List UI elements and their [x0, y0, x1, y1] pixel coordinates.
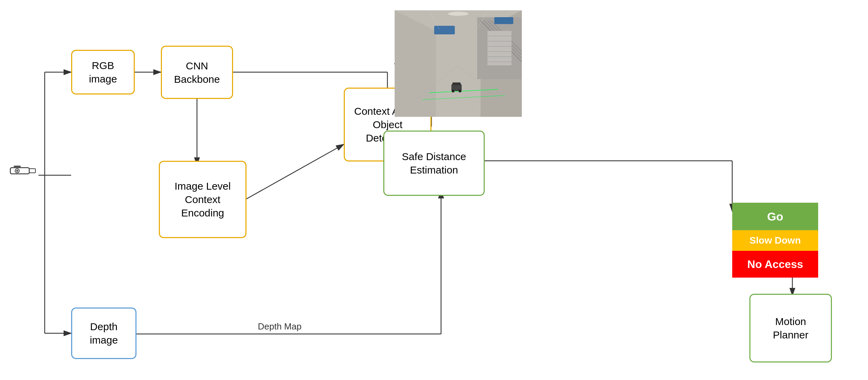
motion-planner-label: Motion Planner: [773, 315, 808, 342]
rgb-image-box: RGB image: [71, 50, 135, 94]
no-access-label: No Access: [747, 258, 803, 271]
svg-rect-50: [494, 17, 513, 24]
image-level-label: Image Level Context Encoding: [175, 179, 231, 220]
svg-rect-19: [10, 168, 29, 174]
svg-point-48: [459, 90, 461, 92]
motion-planner-box: Motion Planner: [749, 294, 832, 362]
status-no-access: No Access: [732, 251, 818, 278]
scene-image: [395, 10, 522, 117]
svg-rect-46: [452, 82, 461, 85]
go-label: Go: [767, 210, 783, 223]
slow-down-label: Slow Down: [749, 235, 801, 246]
status-slow-down: Slow Down: [732, 230, 818, 251]
svg-line-9: [243, 144, 344, 201]
status-go: Go: [732, 203, 818, 230]
svg-point-47: [452, 90, 454, 92]
rgb-image-label: RGB image: [89, 59, 117, 86]
svg-rect-22: [29, 169, 35, 173]
svg-rect-49: [434, 26, 455, 34]
safe-distance-label: Safe Distance Estimation: [402, 150, 466, 177]
depth-map-label: Depth Map: [258, 321, 301, 332]
image-level-context-box: Image Level Context Encoding: [159, 161, 246, 238]
camera-device: [10, 165, 37, 177]
cnn-backbone-label: CNN Backbone: [174, 59, 220, 86]
cnn-backbone-box: CNN Backbone: [161, 46, 233, 99]
svg-rect-23: [14, 166, 21, 168]
depth-image-box: Depth image: [71, 308, 136, 359]
svg-point-51: [448, 12, 469, 16]
svg-point-21: [16, 170, 18, 172]
depth-image-label: Depth image: [90, 320, 118, 347]
safe-distance-box: Safe Distance Estimation: [383, 131, 485, 196]
